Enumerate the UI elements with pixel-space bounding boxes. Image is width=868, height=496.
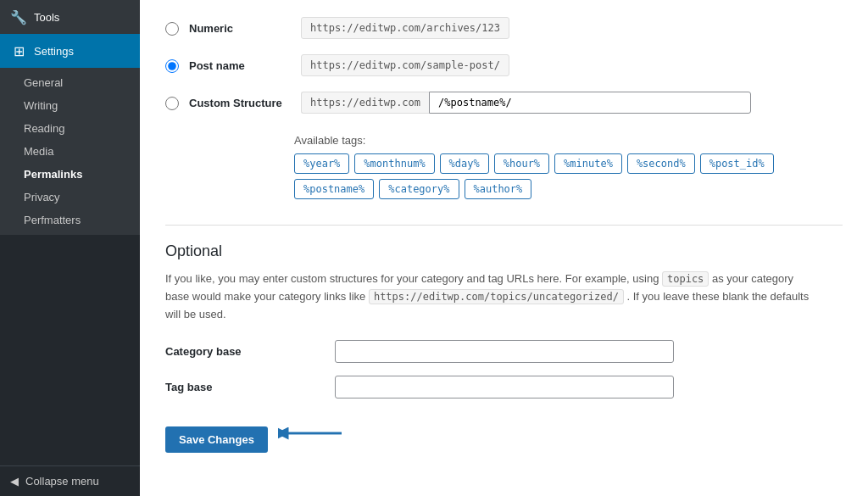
collapse-menu-label: Collapse menu [25,475,99,488]
optional-code1: topics [662,271,709,287]
optional-title: Optional [165,242,843,260]
tag-author[interactable]: %author% [465,179,532,199]
tag-base-row: Tag base [165,376,843,398]
category-base-row: Category base [165,340,843,363]
sidebar-item-privacy[interactable]: Privacy [0,186,140,209]
numeric-radio[interactable] [165,22,179,36]
sidebar-settings-label: Settings [34,45,74,58]
optional-description: If you like, you may enter custom struct… [165,270,810,323]
tag-post-id[interactable]: %post_id% [700,153,774,174]
tag-day[interactable]: %day% [440,153,489,174]
settings-icon: ⊞ [10,42,27,59]
tag-minute[interactable]: %minute% [554,153,622,174]
sidebar-item-perfmatters[interactable]: Perfmatters [0,209,140,231]
tag-monthnum[interactable]: %monthnum% [354,153,434,174]
tag-postname[interactable]: %postname% [294,179,374,199]
numeric-url: https://editwp.com/archives/123 [301,17,509,39]
numeric-label[interactable]: Numeric [189,22,291,35]
custom-base-url: https://editwp.com [301,92,429,114]
sidebar: 🔧 Tools ⊞ Settings General Writing Readi… [0,0,140,496]
custom-label[interactable]: Custom Structure [189,97,291,109]
tools-icon: 🔧 [10,8,27,25]
sidebar-item-reading[interactable]: Reading [0,117,140,140]
custom-radio[interactable] [165,97,179,110]
tag-category[interactable]: %category% [379,179,459,199]
optional-section: Optional If you like, you may enter cust… [165,225,843,453]
postname-option-row: Post name https://editwp.com/sample-post… [165,54,843,76]
save-arrow-icon [278,425,346,442]
tags-row-2: %postname% %category% %author% [294,179,843,199]
custom-option-row: Custom Structure https://editwp.com [165,92,843,119]
main-content: Numeric https://editwp.com/archives/123 … [140,0,868,496]
collapse-icon: ◀ [10,475,19,488]
sidebar-item-tools[interactable]: 🔧 Tools [0,0,140,34]
tag-base-input[interactable] [335,376,674,398]
category-base-input[interactable] [335,340,674,363]
sidebar-item-permalinks[interactable]: Permalinks [0,163,140,186]
save-area: Save Changes [165,414,843,453]
tag-year[interactable]: %year% [294,153,349,174]
sidebar-item-general[interactable]: General [0,71,140,94]
sidebar-tools-label: Tools [34,11,59,24]
available-tags-label: Available tags: [294,134,843,147]
custom-structure-row: https://editwp.com [301,92,751,114]
optional-code2: https://editwp.com/topics/uncategorized/ [369,289,624,304]
tag-second[interactable]: %second% [627,153,695,174]
postname-url: https://editwp.com/sample-post/ [301,54,509,76]
custom-structure-input[interactable] [429,92,751,114]
tag-hour[interactable]: %hour% [494,153,549,174]
postname-radio[interactable] [165,59,179,73]
tag-base-label: Tag base [165,381,335,393]
numeric-option-row: Numeric https://editwp.com/archives/123 [165,17,843,39]
save-changes-button[interactable]: Save Changes [165,426,268,453]
collapse-menu-button[interactable]: ◀ Collapse menu [0,465,140,496]
sidebar-item-settings[interactable]: ⊞ Settings [0,34,140,68]
settings-submenu: General Writing Reading Media Permalinks [0,68,140,235]
sidebar-item-writing[interactable]: Writing [0,94,140,117]
category-base-label: Category base [165,345,335,358]
sidebar-item-media[interactable]: Media [0,140,140,163]
postname-label[interactable]: Post name [189,59,291,72]
tags-row-1: %year% %monthnum% %day% %hour% %minute% … [294,153,843,174]
